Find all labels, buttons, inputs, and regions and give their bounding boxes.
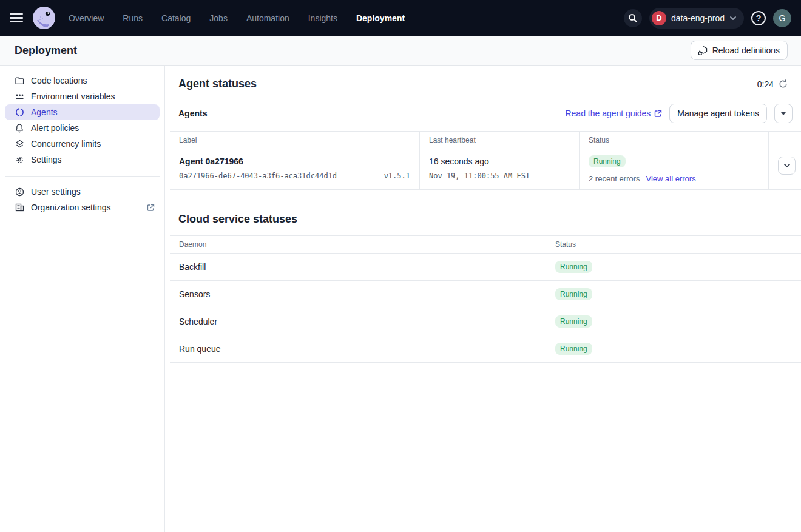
refresh-countdown: 0:24 xyxy=(757,79,774,89)
sidebar-item-code-locations[interactable]: Code locations xyxy=(5,73,160,89)
cloud-services-table: Daemon Status Backfill Running Sensors R… xyxy=(170,235,801,363)
agents-table: Label Last heartbeat Status Agent 0a2719… xyxy=(170,131,801,190)
manage-agent-tokens-label: Manage agent tokens xyxy=(677,109,759,118)
sidebar-item-label: Code locations xyxy=(31,76,87,86)
daemon-status-cell: Running xyxy=(546,335,801,362)
agent-version: v1.5.1 xyxy=(384,172,410,180)
user-icon xyxy=(15,187,24,197)
daemon-row-scheduler: Scheduler Running xyxy=(170,308,801,335)
view-all-errors-link[interactable]: View all errors xyxy=(646,174,696,183)
status-badge: Running xyxy=(589,155,626,167)
manage-agent-tokens-button[interactable]: Manage agent tokens xyxy=(669,104,767,123)
chevron-down-icon xyxy=(783,163,791,168)
sidebar-item-settings[interactable]: Settings xyxy=(5,152,160,167)
agent-statuses-title: Agent statuses xyxy=(178,78,257,90)
page-title: Deployment xyxy=(15,44,77,57)
agent-heartbeat-cell: 16 seconds ago Nov 19, 11:00:55 AM EST xyxy=(420,149,580,189)
sidebar-item-label: Alert policies xyxy=(31,123,79,133)
agent-icon xyxy=(15,107,24,117)
agent-guides-link[interactable]: Read the agent guides xyxy=(565,109,662,118)
daemon-status-cell: Running xyxy=(546,254,801,280)
agent-expand-button[interactable] xyxy=(778,157,796,175)
caret-down-icon xyxy=(781,112,786,115)
column-header-status: Status xyxy=(580,132,769,149)
agent-guides-label: Read the agent guides xyxy=(565,109,651,118)
page-header: Deployment Reload definitions xyxy=(0,36,801,66)
reload-definitions-button[interactable]: Reload definitions xyxy=(691,41,788,60)
column-header-actions xyxy=(769,132,801,149)
external-link-icon xyxy=(147,204,155,212)
organization-icon xyxy=(15,203,24,212)
agent-status-cell: Running 2 recent errors View all errors xyxy=(580,149,769,189)
sidebar-item-label: User settings xyxy=(31,187,81,197)
sidebar-item-label: Organization settings xyxy=(31,203,111,212)
reload-icon xyxy=(698,45,708,55)
nav-item-overview[interactable]: Overview xyxy=(69,13,104,23)
daemon-row-run-queue: Run queue Running xyxy=(170,335,801,363)
help-button[interactable]: ? xyxy=(751,11,766,25)
nav-item-deployment[interactable]: Deployment xyxy=(356,13,405,23)
sidebar-item-label: Settings xyxy=(31,155,62,164)
settings-sidebar: Code locations Environment variables Age… xyxy=(0,66,165,532)
cloud-service-statuses-title: Cloud service statuses xyxy=(178,213,793,226)
external-link-icon xyxy=(654,110,662,118)
folder-icon xyxy=(15,76,24,86)
nav-item-jobs[interactable]: Jobs xyxy=(209,13,228,23)
top-navbar: Overview Runs Catalog Jobs Automation In… xyxy=(0,0,801,36)
refresh-icon[interactable] xyxy=(779,79,788,89)
sidebar-item-concurrency-limits[interactable]: Concurrency limits xyxy=(5,136,160,152)
agent-name: Agent 0a271966 xyxy=(179,157,410,166)
sidebar-item-label: Environment variables xyxy=(31,92,115,101)
agent-actions-dropdown-button[interactable] xyxy=(774,104,793,123)
deployment-switcher[interactable]: D data-eng-prod xyxy=(649,8,744,29)
nav-item-insights[interactable]: Insights xyxy=(308,13,337,23)
bell-icon xyxy=(15,123,24,133)
layers-icon xyxy=(15,139,24,149)
status-badge: Running xyxy=(555,288,592,300)
dagster-logo[interactable] xyxy=(33,7,55,29)
daemon-name: Backfill xyxy=(170,254,546,280)
user-avatar[interactable]: G xyxy=(773,9,791,27)
heartbeat-relative: 16 seconds ago xyxy=(429,157,570,166)
agent-expand-cell xyxy=(769,149,801,189)
sidebar-divider xyxy=(5,176,160,177)
status-badge: Running xyxy=(555,343,592,355)
nav-item-catalog[interactable]: Catalog xyxy=(161,13,191,23)
sidebar-item-user-settings[interactable]: User settings xyxy=(5,184,160,200)
nav-item-automation[interactable]: Automation xyxy=(246,13,289,23)
daemon-name: Sensors xyxy=(170,281,546,308)
status-badge: Running xyxy=(555,261,592,273)
search-icon xyxy=(628,13,638,23)
gear-icon xyxy=(15,155,24,164)
heartbeat-timestamp: Nov 19, 11:00:55 AM EST xyxy=(429,172,570,180)
column-header-daemon: Daemon xyxy=(170,236,546,253)
column-header-label: Label xyxy=(170,132,420,149)
daemon-row-backfill: Backfill Running xyxy=(170,254,801,281)
deployment-name: data-eng-prod xyxy=(671,13,725,23)
daemon-row-sensors: Sensors Running xyxy=(170,281,801,308)
octopus-logo-icon xyxy=(33,7,55,29)
primary-nav: Overview Runs Catalog Jobs Automation In… xyxy=(69,13,405,23)
sidebar-item-agents[interactable]: Agents xyxy=(5,104,160,120)
env-variables-icon xyxy=(15,92,24,101)
hamburger-menu-icon[interactable] xyxy=(10,10,27,27)
deployment-initial-badge: D xyxy=(652,11,666,25)
daemon-name: Run queue xyxy=(170,335,546,362)
nav-item-runs[interactable]: Runs xyxy=(123,13,143,23)
question-mark-icon: ? xyxy=(756,13,762,23)
agent-row: Agent 0a271966 0a271966-de67-4043-a3f6-a… xyxy=(170,149,801,190)
daemon-name: Scheduler xyxy=(170,308,546,335)
sidebar-item-environment-variables[interactable]: Environment variables xyxy=(5,89,160,104)
chevron-down-icon xyxy=(729,16,737,21)
agent-id: 0a271966-de67-4043-a3f6-aca31dc44d1d xyxy=(179,172,337,180)
sidebar-item-label: Concurrency limits xyxy=(31,139,101,149)
daemon-status-cell: Running xyxy=(546,281,801,308)
column-header-last-heartbeat: Last heartbeat xyxy=(420,132,580,149)
recent-errors-text: 2 recent errors xyxy=(589,174,640,183)
search-button[interactable] xyxy=(624,9,642,27)
status-badge: Running xyxy=(555,315,592,328)
sidebar-item-organization-settings[interactable]: Organization settings xyxy=(5,200,160,215)
sidebar-item-alert-policies[interactable]: Alert policies xyxy=(5,120,160,136)
agents-table-header: Label Last heartbeat Status xyxy=(170,132,801,149)
daemon-status-cell: Running xyxy=(546,308,801,335)
